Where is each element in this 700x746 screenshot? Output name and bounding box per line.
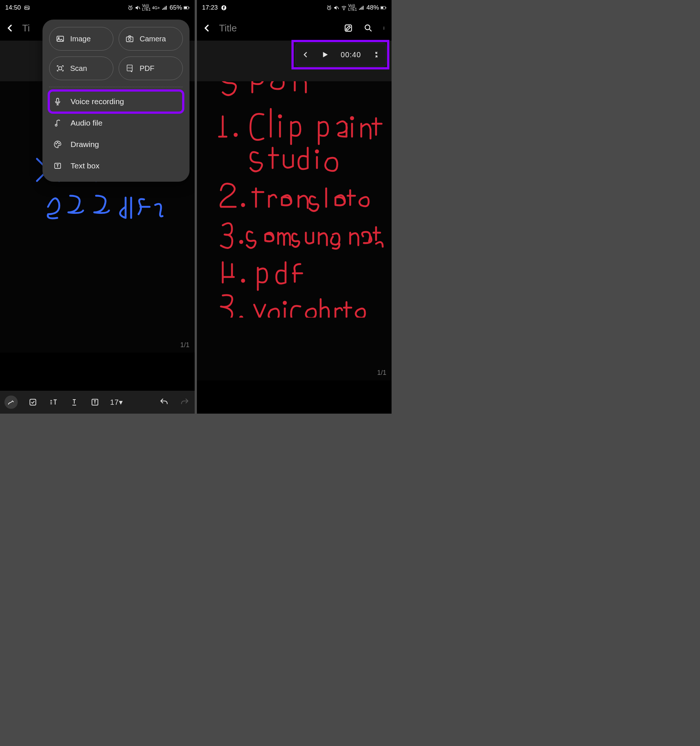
alarm-icon bbox=[128, 5, 133, 11]
textbox-icon bbox=[53, 161, 62, 171]
status-bar: 14:50 Vo))LTE1 4G+ 65% bbox=[0, 0, 195, 15]
svg-point-27 bbox=[365, 25, 370, 30]
battery-icon bbox=[381, 5, 386, 11]
svg-text:PDF: PDF bbox=[128, 67, 132, 69]
redo-button[interactable] bbox=[179, 397, 190, 408]
checkbox-tool[interactable] bbox=[27, 397, 38, 408]
audio-play-button[interactable] bbox=[321, 51, 329, 59]
volte-icon: Vo))LTE1 bbox=[348, 4, 357, 12]
battery-label: 65% bbox=[170, 4, 182, 12]
wifi-icon bbox=[341, 5, 347, 11]
mute-icon bbox=[334, 5, 339, 11]
attach-camera[interactable]: Camera bbox=[119, 27, 183, 51]
svg-rect-24 bbox=[381, 7, 383, 9]
status-left: 14:50 bbox=[5, 4, 30, 12]
mute-icon bbox=[135, 5, 141, 11]
attach-textbox-label: Text box bbox=[71, 161, 99, 170]
phone-right: 17:23 Vo))LTE1 48% bbox=[197, 0, 391, 414]
audio-player: 00:40 bbox=[295, 43, 386, 66]
audio-prev-button[interactable] bbox=[302, 51, 309, 58]
svg-rect-9 bbox=[59, 67, 62, 70]
attach-audio-label: Audio file bbox=[71, 119, 102, 128]
scan-icon bbox=[56, 63, 65, 73]
pdf-icon: PDF bbox=[125, 63, 134, 73]
svg-point-33 bbox=[351, 117, 353, 119]
search-button[interactable] bbox=[363, 23, 373, 33]
bottom-toolbar: 17▾ bbox=[0, 391, 195, 414]
svg-point-16 bbox=[59, 143, 59, 144]
music-note-icon bbox=[53, 118, 62, 128]
attach-camera-label: Camera bbox=[140, 35, 166, 43]
font-size-selector[interactable]: 17▾ bbox=[110, 398, 123, 407]
svg-rect-3 bbox=[184, 7, 187, 9]
camera-icon bbox=[125, 34, 134, 44]
phone-left: 14:50 Vo))LTE1 4G+ 65% bbox=[0, 0, 195, 414]
text-box-tool[interactable] bbox=[89, 397, 101, 408]
attach-image[interactable]: Image bbox=[49, 27, 113, 51]
battery-icon bbox=[184, 5, 190, 11]
svg-point-8 bbox=[128, 38, 131, 41]
menu-divider bbox=[49, 87, 183, 87]
facebook-icon bbox=[221, 5, 227, 11]
note-canvas[interactable]: 1/1 bbox=[197, 48, 391, 381]
more-button[interactable] bbox=[384, 23, 386, 33]
svg-point-15 bbox=[57, 142, 58, 143]
attach-image-label: Image bbox=[70, 35, 91, 43]
svg-point-37 bbox=[242, 280, 244, 282]
text-underline-tool[interactable] bbox=[69, 397, 80, 408]
page-indicator: 1/1 bbox=[180, 341, 190, 349]
signal-icon bbox=[161, 5, 167, 11]
svg-point-36 bbox=[240, 241, 242, 243]
attach-text-box[interactable]: Text box bbox=[49, 155, 183, 176]
page-indicator: 1/1 bbox=[377, 369, 386, 377]
svg-rect-12 bbox=[57, 98, 59, 102]
volte-icon: Vo))LTE1 bbox=[142, 4, 151, 12]
signal-icon bbox=[358, 5, 364, 11]
text-style-tool[interactable] bbox=[48, 397, 59, 408]
attach-scan[interactable]: Scan bbox=[49, 57, 113, 80]
edit-button[interactable] bbox=[343, 23, 353, 33]
attach-drawing-label: Drawing bbox=[71, 140, 99, 149]
svg-rect-25 bbox=[385, 7, 386, 9]
note-title[interactable]: Title bbox=[219, 23, 237, 34]
attach-pdf[interactable]: PDF PDF bbox=[119, 57, 183, 80]
attach-audio-file[interactable]: Audio file bbox=[49, 112, 183, 134]
pen-tool[interactable] bbox=[5, 396, 18, 409]
svg-point-30 bbox=[384, 29, 385, 30]
undo-button[interactable] bbox=[158, 397, 170, 408]
svg-point-31 bbox=[235, 134, 237, 136]
attach-voice-label: Voice recording bbox=[71, 97, 124, 106]
red-handwriting bbox=[204, 59, 385, 317]
battery-label: 48% bbox=[366, 4, 379, 12]
svg-point-38 bbox=[240, 316, 242, 317]
microphone-icon bbox=[53, 97, 62, 106]
svg-point-34 bbox=[316, 150, 318, 152]
svg-point-32 bbox=[279, 115, 281, 117]
audio-collapse-button[interactable] bbox=[373, 51, 380, 58]
svg-rect-4 bbox=[189, 7, 189, 9]
time-label: 14:50 bbox=[5, 4, 21, 12]
svg-point-28 bbox=[384, 27, 385, 28]
note-title[interactable]: Ti bbox=[22, 23, 30, 34]
image-icon bbox=[56, 34, 65, 44]
back-button[interactable] bbox=[202, 23, 212, 33]
image-indicator-icon bbox=[24, 5, 30, 11]
svg-point-22 bbox=[343, 10, 344, 10]
svg-point-35 bbox=[242, 204, 244, 206]
back-button[interactable] bbox=[5, 23, 15, 33]
attach-drawing[interactable]: Drawing bbox=[49, 134, 183, 155]
attach-scan-label: Scan bbox=[70, 64, 87, 73]
svg-point-14 bbox=[56, 143, 57, 144]
status-right: Vo))LTE1 48% bbox=[326, 4, 386, 12]
attach-voice-recording[interactable]: Voice recording bbox=[49, 91, 183, 112]
alarm-icon bbox=[326, 5, 332, 11]
svg-point-13 bbox=[56, 125, 57, 126]
attach-pdf-label: PDF bbox=[140, 64, 154, 73]
palette-icon bbox=[53, 140, 62, 149]
title-bar: Title bbox=[197, 15, 391, 41]
audio-time: 00:40 bbox=[340, 51, 361, 59]
svg-rect-18 bbox=[30, 399, 36, 405]
svg-point-29 bbox=[384, 28, 385, 29]
svg-point-39 bbox=[284, 302, 286, 304]
network-label: 4G+ bbox=[152, 6, 160, 10]
